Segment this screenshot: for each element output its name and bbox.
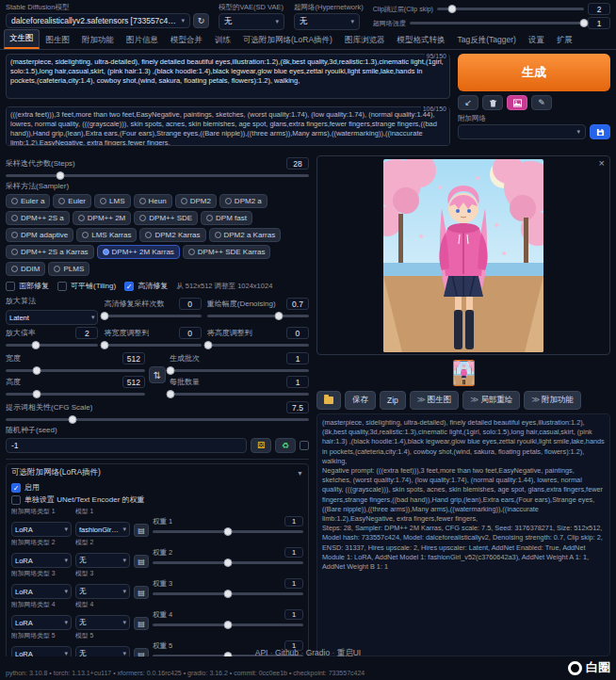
- sampler-option[interactable]: Heun: [134, 194, 172, 208]
- tab-checkpoint-merger[interactable]: 模型合并: [165, 31, 208, 49]
- lora-weight-slider[interactable]: [153, 561, 303, 564]
- sampler-option[interactable]: DDIM: [6, 262, 45, 276]
- additional-networks-header[interactable]: 可选附加网络(LoRA插件) ▼: [11, 467, 303, 478]
- tab-extensions[interactable]: 扩展: [551, 31, 578, 49]
- sampler-option-selected[interactable]: DPM++ 2M Karras: [97, 245, 180, 259]
- lora-separate-weights-checkbox[interactable]: 单独设置 UNet/Text Encoder 的权重: [11, 494, 145, 505]
- upscale-by-value[interactable]: 2: [75, 327, 98, 339]
- sampler-option[interactable]: LMS Karras: [76, 228, 137, 242]
- clear-prompt-button[interactable]: [482, 95, 503, 110]
- lora-weight-value[interactable]: 1: [284, 516, 303, 526]
- batch-size-slider[interactable]: [170, 393, 309, 396]
- clip-skip-slider[interactable]: [437, 8, 584, 10]
- resize-width-value[interactable]: 0: [179, 327, 202, 339]
- negative-prompt-input[interactable]: (((extra feet))),3 feet,more than two fe…: [6, 106, 450, 146]
- lora-weight-value[interactable]: 1: [284, 578, 303, 589]
- sampler-option[interactable]: PLMS: [48, 262, 89, 276]
- tab-png-info[interactable]: 图片信息: [121, 31, 164, 49]
- prompt-input[interactable]: (masterpiece, sidelighting, ultra-detail…: [6, 54, 450, 99]
- send-to-extras-button[interactable]: ≫附加功能: [524, 391, 581, 410]
- tab-image-browser[interactable]: 图库浏览器: [339, 31, 391, 49]
- clip-skip-value[interactable]: 2: [588, 3, 610, 15]
- resize-height-value[interactable]: 0: [286, 327, 309, 339]
- lora-model-info-button[interactable]: ▤: [134, 524, 149, 537]
- sampler-option[interactable]: DPM++ 2S a Karras: [6, 245, 94, 259]
- refresh-models-icon[interactable]: ↻: [193, 13, 209, 28]
- send-to-img2img-button[interactable]: ≫图生图: [410, 391, 459, 410]
- save-button[interactable]: 保存: [345, 391, 376, 410]
- tab-img2img[interactable]: 图生图: [41, 31, 76, 49]
- lora-weight-slider[interactable]: [153, 623, 303, 626]
- lora-enable-checkbox[interactable]: ✓启用: [11, 482, 40, 493]
- swap-dimensions-button[interactable]: ⇅: [149, 366, 166, 383]
- lora-model-select[interactable]: fashionGirl_v52▾: [75, 522, 130, 537]
- hires-steps-value[interactable]: 0: [179, 298, 202, 310]
- width-value[interactable]: 512: [122, 352, 145, 364]
- sampler-option[interactable]: DPM2: [175, 194, 217, 208]
- restore-faces-checkbox[interactable]: 面部修复: [6, 281, 49, 291]
- api-link[interactable]: API: [255, 648, 275, 657]
- lora-weight-value[interactable]: 1: [284, 547, 303, 558]
- generated-image[interactable]: [383, 159, 543, 352]
- width-slider[interactable]: [6, 369, 145, 372]
- tab-train[interactable]: 训练: [209, 31, 236, 49]
- sampler-option[interactable]: Euler: [53, 194, 91, 208]
- github-link[interactable]: Github: [275, 648, 306, 657]
- batch-count-slider[interactable]: [170, 369, 309, 372]
- hires-steps-slider[interactable]: [104, 315, 201, 317]
- lora-weight-value[interactable]: 1: [284, 609, 303, 620]
- upscaler-select[interactable]: Latent ▾: [6, 310, 98, 325]
- reuse-seed-button[interactable]: ♻: [275, 438, 296, 453]
- tab-additional-networks[interactable]: 可选附加网络(LoRA插件): [237, 31, 338, 49]
- lora-type-select[interactable]: LoRA▾: [11, 522, 72, 537]
- lora-weight-slider[interactable]: [153, 530, 303, 533]
- reload-ui-link[interactable]: 重启UI: [337, 648, 362, 657]
- batch-count-value[interactable]: 1: [286, 352, 309, 364]
- tab-model-converter[interactable]: 模型格式转换: [391, 31, 450, 49]
- height-slider[interactable]: [6, 393, 145, 396]
- tab-settings[interactable]: 设置: [523, 31, 550, 49]
- sampler-option[interactable]: DPM adaptive: [6, 228, 73, 242]
- seed-extra-checkbox[interactable]: [300, 441, 309, 450]
- lora-model-select[interactable]: 无▾: [75, 584, 130, 599]
- sampler-option[interactable]: DPM++ 2M: [73, 211, 131, 225]
- zip-button[interactable]: Zip: [380, 391, 406, 410]
- sampler-option[interactable]: DPM2 a Karras: [209, 228, 282, 242]
- sampler-option[interactable]: DPM2 a: [219, 194, 267, 208]
- paste-params-button[interactable]: ↙: [458, 95, 478, 110]
- tab-extras[interactable]: 附加功能: [76, 31, 120, 49]
- resize-height-slider[interactable]: [207, 344, 309, 347]
- lora-weight-slider[interactable]: [153, 592, 303, 595]
- sampler-option[interactable]: DPM++ SDE: [134, 211, 198, 225]
- cfg-value[interactable]: 7.5: [286, 401, 309, 413]
- tiling-checkbox[interactable]: 可平铺(Tiling): [57, 281, 116, 291]
- model-select[interactable]: dalceforealisticallyv2.safetensors [7335…: [6, 13, 190, 28]
- tab-txt2img[interactable]: 文生图: [4, 29, 40, 49]
- lora-model-info-button[interactable]: ▤: [134, 617, 149, 630]
- resize-width-slider[interactable]: [104, 344, 201, 347]
- sampler-option[interactable]: Euler a: [6, 194, 50, 208]
- steps-value[interactable]: 28: [286, 157, 309, 170]
- denoise-value[interactable]: 0.7: [286, 298, 309, 310]
- random-seed-button[interactable]: ⚄: [251, 438, 271, 453]
- lora-model-select[interactable]: 无▾: [75, 553, 130, 568]
- sampler-option[interactable]: DPM++ 2S a: [6, 211, 70, 225]
- batch-size-value[interactable]: 1: [286, 376, 309, 388]
- vae-select[interactable]: 无 ▾: [219, 13, 284, 30]
- open-folder-button[interactable]: [316, 391, 341, 410]
- sampler-option[interactable]: DPM++ SDE Karras: [183, 245, 271, 259]
- close-icon[interactable]: ×: [599, 157, 605, 169]
- sampler-option[interactable]: LMS: [94, 194, 130, 208]
- upscale-by-slider[interactable]: [6, 344, 98, 347]
- save-style-button[interactable]: [590, 124, 610, 139]
- lora-model-info-button[interactable]: ▤: [134, 555, 149, 568]
- tab-tagger[interactable]: Tag反推(Tagger): [451, 31, 521, 49]
- extra-networks-button[interactable]: [507, 95, 527, 110]
- hypernet-strength-slider[interactable]: [410, 22, 584, 24]
- denoise-slider[interactable]: [207, 315, 309, 317]
- seed-input[interactable]: -1: [6, 438, 247, 453]
- generate-button[interactable]: 生成: [458, 54, 610, 91]
- apply-style-button[interactable]: ✎: [531, 95, 552, 110]
- styles-select[interactable]: ▾: [458, 124, 586, 139]
- steps-slider[interactable]: [6, 174, 309, 177]
